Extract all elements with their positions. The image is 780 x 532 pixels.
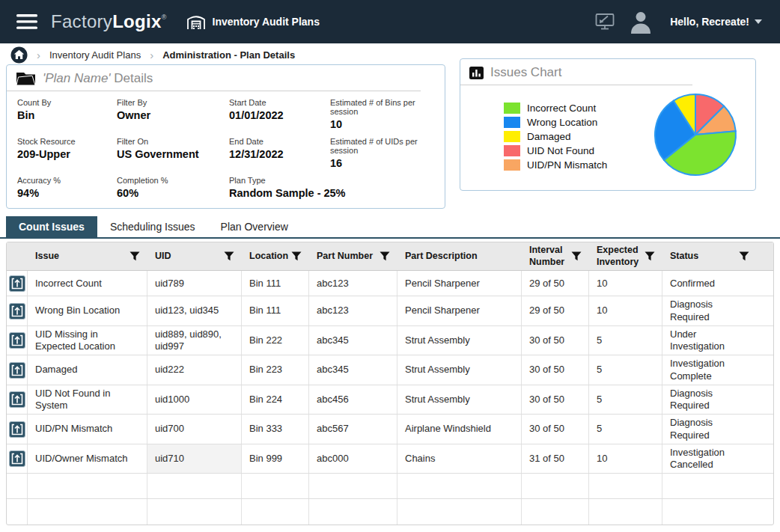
table-row-empty [7, 474, 773, 499]
cell-status: Confirmed [662, 271, 757, 296]
tab-count-issues[interactable]: Count Issues [6, 216, 97, 237]
cell-part_description: Pencil Sharpener [397, 271, 522, 296]
filter-icon[interactable] [380, 251, 390, 261]
table-header-row: IssueUIDLocationPart NumberPart Descript… [7, 242, 773, 271]
cell-empty [147, 499, 242, 525]
logo-text-bold: Logix [112, 11, 162, 32]
plan-field: Filter ByOwner [117, 98, 229, 130]
table-body: Incorrect Countuid789Bin 111abc123Pencil… [7, 271, 773, 525]
cell-empty [28, 474, 147, 498]
column-header-icon [7, 242, 28, 270]
home-icon[interactable] [10, 46, 28, 64]
row-action-cell [7, 385, 28, 415]
hamburger-menu-icon[interactable] [13, 11, 40, 32]
filter-icon[interactable] [291, 251, 302, 261]
plan-details-panel: 'Plan Name' Details Count ByBinFilter By… [6, 64, 445, 209]
cell-empty [242, 474, 309, 498]
filter-icon[interactable] [130, 251, 140, 261]
field-value: 16 [330, 157, 434, 169]
column-label: Location [249, 251, 288, 263]
cell-part_number: abc345 [309, 355, 397, 385]
row-action-cell [7, 326, 28, 355]
open-issue-icon[interactable] [9, 362, 25, 379]
legend-item: Incorrect Count [504, 103, 607, 114]
cell-empty [662, 474, 757, 498]
column-label: Part Number [317, 251, 373, 263]
cell-part_number: abc345 [309, 326, 397, 355]
cell-interval: 31 of 50 [522, 444, 589, 474]
field-label: Estimated # of UIDs per session [330, 137, 434, 155]
open-issue-icon[interactable] [9, 450, 25, 467]
filter-icon[interactable] [739, 251, 749, 261]
filter-icon[interactable] [645, 251, 655, 261]
filter-icon[interactable] [224, 251, 234, 261]
user-menu[interactable]: Hello, Recreate! [665, 15, 767, 28]
column-label: Part Description [405, 251, 478, 263]
plan-folder-icon [16, 72, 36, 86]
legend-item: Wrong Location [504, 117, 607, 128]
remote-display-icon[interactable] [594, 11, 616, 32]
cell-part_description: Strut Assembly [397, 355, 522, 385]
column-label: Expected Inventory [597, 245, 642, 268]
cell-expected: 10 [589, 271, 662, 296]
open-issue-icon[interactable] [9, 391, 25, 408]
top-navbar: FactoryLogix® Inventory Audit Plans [0, 0, 780, 43]
cell-interval: 30 of 50 [522, 326, 589, 355]
plan-field: Accuracy %94% [17, 176, 117, 199]
filter-icon[interactable] [571, 251, 582, 261]
column-header-interval-number: Interval Number [522, 242, 589, 270]
cell-empty [242, 499, 309, 525]
cell-uid: uid1000 [147, 385, 242, 415]
greeting-text: Hello, Recreate! [670, 16, 749, 28]
legend-label: Damaged [527, 131, 571, 142]
app-logo[interactable]: FactoryLogix® [51, 11, 167, 32]
table-row: UID/Owner Mismatchuid710Bin 999abc000Cha… [7, 444, 773, 474]
cell-uid: uid123, uid345 [147, 296, 242, 325]
bar-chart-icon [469, 67, 484, 79]
cell-issue: Incorrect Count [28, 271, 147, 296]
breadcrumb-link[interactable]: Inventory Audit Plans [49, 49, 141, 61]
open-issue-icon[interactable] [9, 303, 25, 319]
field-label: End Date [229, 137, 330, 146]
plan-field: Estimated # of Bins per session10 [330, 98, 434, 130]
cell-empty [309, 499, 397, 525]
chevron-down-icon [755, 19, 762, 24]
field-value: 94% [17, 187, 117, 199]
cell-expected: 5 [589, 326, 662, 355]
field-label: Start Date [229, 98, 330, 107]
open-issue-icon[interactable] [9, 421, 25, 438]
column-header-uid: UID [147, 242, 242, 270]
field-label: Filter By [117, 98, 229, 107]
field-value: 01/01/2022 [229, 109, 330, 121]
row-action-cell [7, 415, 28, 444]
cell-interval: 30 of 50 [522, 415, 589, 444]
column-header-part-description: Part Description [397, 242, 522, 270]
cell-part_number: abc123 [309, 271, 397, 296]
column-label: UID [155, 251, 171, 263]
column-header-part-number: Part Number [309, 242, 397, 270]
cell-status: Diagnosis Required [662, 296, 757, 325]
field-label: Completion % [117, 176, 229, 185]
cell-part_number: abc000 [309, 444, 397, 474]
cell-empty [397, 499, 522, 525]
cell-location: Bin 222 [242, 326, 309, 355]
panel-title: 'Plan Name' Details [43, 71, 153, 86]
legend-swatch-icon [504, 145, 520, 156]
cell-location: Bin 224 [242, 385, 309, 415]
cell-part_number: abc567 [309, 415, 397, 444]
legend-item: Damaged [504, 131, 607, 142]
tab-plan-overview[interactable]: Plan Overview [208, 216, 301, 237]
plan-field: Count ByBin [17, 98, 117, 130]
tab-scheduling-issues[interactable]: Scheduling Issues [97, 216, 208, 237]
column-header-location: Location [242, 242, 309, 270]
tab-bar: Count IssuesScheduling IssuesPlan Overvi… [0, 216, 780, 239]
issues-chart-panel: Issues Chart Incorrect CountWrong Locati… [460, 58, 756, 191]
row-action-cell [7, 444, 28, 474]
field-value: Random Sample - 25% [229, 187, 434, 199]
table-row: UID Not Found in Systemuid1000Bin 224abc… [7, 385, 773, 415]
cell-issue: UID/Owner Mismatch [28, 444, 147, 474]
open-issue-icon[interactable] [9, 275, 25, 292]
plan-field: Filter OnUS Government [117, 137, 229, 169]
user-avatar[interactable] [628, 10, 653, 34]
open-issue-icon[interactable] [9, 332, 25, 349]
